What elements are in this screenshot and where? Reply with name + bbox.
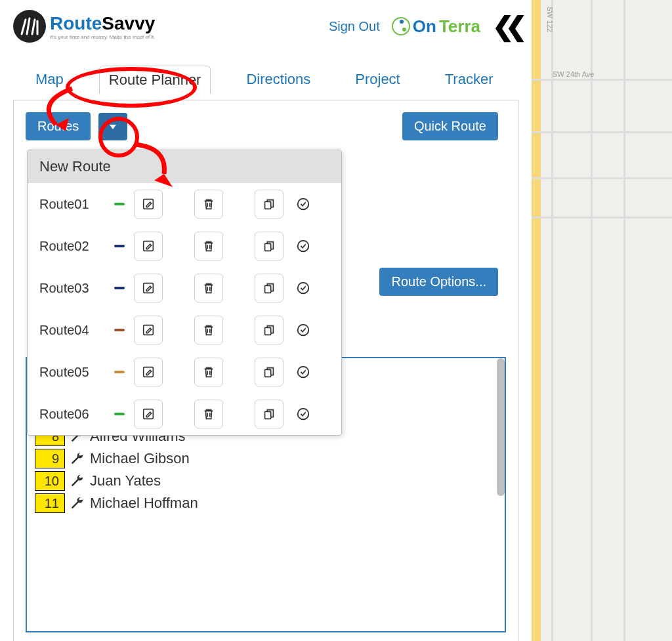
select-route-button[interactable] — [295, 238, 311, 254]
tab-project[interactable]: Project — [346, 66, 409, 94]
delete-route-button[interactable] — [194, 358, 223, 386]
routes-dropdown: New Route Route01Route02Route03Route04Ro… — [27, 150, 342, 436]
route-row: Route04 — [28, 309, 341, 351]
svg-point-11 — [298, 283, 309, 294]
copy-icon — [262, 323, 276, 337]
svg-rect-16 — [265, 369, 271, 377]
tab-map[interactable]: Map — [26, 66, 73, 94]
new-route-item[interactable]: New Route — [28, 150, 341, 183]
side-panel: RouteSavvy It's your time and money. Mak… — [0, 0, 532, 641]
copy-icon — [262, 239, 276, 253]
copy-route-button[interactable] — [255, 274, 284, 302]
route-options-button[interactable]: Route Options... — [379, 268, 498, 296]
check-circle-icon — [296, 407, 310, 421]
route-planner-section: Routes Quick Route Route Options... New … — [13, 100, 518, 641]
tab-tracker[interactable]: Tracker — [436, 66, 503, 94]
svg-point-20 — [298, 409, 309, 420]
quick-route-button[interactable]: Quick Route — [402, 112, 498, 140]
route-name: Route03 — [39, 281, 105, 296]
route-row: Route06 — [28, 393, 341, 435]
check-circle-icon — [296, 323, 310, 337]
stop-number: 11 — [35, 493, 65, 513]
trash-icon — [201, 407, 216, 421]
routes-dropdown-toggle[interactable] — [98, 113, 127, 140]
edit-icon — [141, 239, 156, 253]
stop-name: Michael Hoffman — [90, 495, 198, 512]
caret-down-icon — [108, 122, 117, 131]
sign-out-link[interactable]: Sign Out — [329, 19, 380, 34]
delete-route-button[interactable] — [194, 232, 223, 260]
copy-route-button[interactable] — [255, 316, 284, 344]
delete-route-button[interactable] — [194, 316, 223, 344]
edit-route-button[interactable] — [134, 316, 163, 344]
map-road — [532, 79, 672, 81]
copy-route-button[interactable] — [255, 400, 284, 428]
edit-icon — [141, 323, 156, 337]
map-road — [532, 217, 672, 218]
copy-icon — [262, 365, 276, 379]
edit-icon — [141, 197, 156, 211]
route-color-swatch — [114, 245, 125, 247]
select-route-button[interactable] — [295, 322, 311, 338]
stop-number: 10 — [35, 471, 65, 491]
logo: RouteSavvy It's your time and money. Mak… — [13, 10, 156, 43]
svg-point-5 — [298, 199, 309, 210]
svg-point-14 — [298, 325, 309, 336]
edit-icon — [141, 407, 156, 421]
select-route-button[interactable] — [295, 196, 311, 212]
map-road — [623, 0, 625, 641]
select-route-button[interactable] — [295, 280, 311, 296]
delete-route-button[interactable] — [194, 274, 223, 302]
trash-icon — [201, 323, 216, 337]
map-road-label: SW 24th Ave — [553, 70, 594, 78]
routes-button[interactable]: Routes — [26, 112, 91, 140]
trash-icon — [201, 281, 216, 295]
logo-text: Route — [50, 13, 102, 33]
collapse-panel-icon[interactable]: ❮❮ — [492, 13, 518, 39]
stop-row[interactable]: 11Michael Hoffman — [27, 492, 505, 514]
edit-route-button[interactable] — [134, 190, 163, 218]
stop-row[interactable]: 10Juan Yates — [27, 470, 505, 492]
edit-route-button[interactable] — [134, 274, 163, 302]
check-circle-icon — [296, 365, 310, 379]
stop-name: Juan Yates — [90, 472, 161, 489]
svg-rect-4 — [265, 201, 271, 209]
copy-route-button[interactable] — [255, 232, 284, 260]
logo-tagline: It's your time and money. Make the most … — [50, 34, 156, 40]
route-name: Route06 — [39, 407, 105, 422]
edit-icon — [141, 281, 156, 295]
route-row: Route03 — [28, 267, 341, 309]
map[interactable]: SW 122 SW 24th Ave — [532, 0, 672, 641]
onterra-logo: OnTerra — [392, 16, 480, 37]
svg-rect-7 — [265, 243, 271, 251]
onterra-text: Terra — [439, 16, 480, 37]
tab-directions[interactable]: Directions — [237, 66, 320, 94]
wrench-icon — [70, 474, 85, 488]
copy-route-button[interactable] — [255, 190, 284, 218]
edit-route-button[interactable] — [134, 232, 163, 260]
select-route-button[interactable] — [295, 364, 311, 380]
edit-route-button[interactable] — [134, 400, 163, 428]
onterra-icon — [392, 17, 410, 35]
select-route-button[interactable] — [295, 406, 311, 422]
map-road — [591, 0, 593, 641]
onterra-text: On — [413, 16, 436, 37]
copy-route-button[interactable] — [255, 358, 284, 386]
svg-point-8 — [298, 241, 309, 252]
check-circle-icon — [296, 281, 310, 295]
logo-text: Savvy — [102, 13, 155, 33]
edit-route-button[interactable] — [134, 358, 163, 386]
stop-row[interactable]: 9Michael Gibson — [27, 447, 505, 470]
scrollbar[interactable] — [497, 358, 505, 496]
logo-badge-icon — [13, 10, 46, 43]
route-color-swatch — [114, 371, 125, 373]
copy-icon — [262, 407, 276, 421]
delete-route-button[interactable] — [194, 400, 223, 428]
tabs: Map Route Planner Directions Project Tra… — [13, 52, 518, 100]
delete-route-button[interactable] — [194, 190, 223, 218]
copy-icon — [262, 281, 276, 295]
svg-rect-19 — [265, 411, 271, 419]
route-color-swatch — [114, 329, 125, 331]
tab-route-planner[interactable]: Route Planner — [99, 66, 211, 94]
map-road-label: SW 122 — [546, 7, 554, 32]
